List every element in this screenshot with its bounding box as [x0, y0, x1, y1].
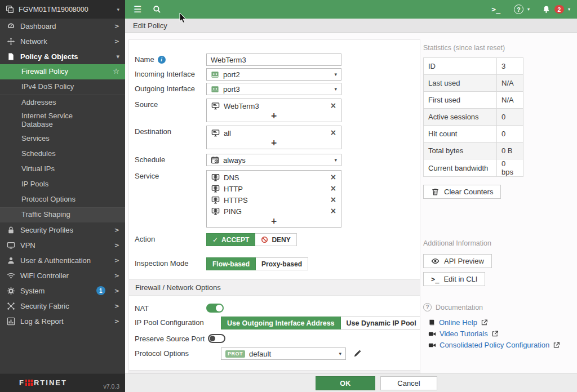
table-row: Current bandwidth 0 bps [424, 159, 523, 177]
sidebar-item-wifi-controller[interactable]: WiFi Controller > [0, 268, 125, 283]
page-title: Edit Policy [133, 21, 167, 30]
sidebar-item-dashboard[interactable]: Dashboard > [0, 19, 125, 34]
service-entry[interactable]: HTTP × [207, 183, 341, 194]
caret-down-icon[interactable]: ▾ [568, 7, 570, 12]
accept-button[interactable]: ✓ ACCEPT [206, 233, 255, 246]
remove-icon[interactable]: × [330, 173, 336, 181]
ip-pool-label: IP Pool Configuration [135, 317, 221, 327]
protocol-options-select[interactable]: PROT default ▾ [221, 348, 346, 360]
cancel-button[interactable]: Cancel [380, 376, 437, 390]
chevron-right-icon: > [114, 302, 119, 310]
edit-in-cli-button[interactable]: >_ Edit in CLI [423, 272, 485, 286]
sidebar-item-security-profiles[interactable]: Security Profiles > [0, 222, 125, 238]
sidebar-item-security-fabric[interactable]: Security Fabric > [0, 299, 125, 314]
service-entry[interactable]: DNS × [207, 172, 341, 183]
sidebar-item-ipv4-dos-policy[interactable]: IPv4 DoS Policy [0, 79, 125, 95]
nat-row: NAT [135, 302, 414, 313]
remove-icon[interactable]: × [330, 185, 336, 193]
caret-down-icon: ▾ [334, 86, 337, 92]
bell-icon[interactable] [542, 5, 551, 14]
sidebar-item-schedules[interactable]: Schedules [0, 146, 125, 162]
statistics-title: Statistics (since last reset) [423, 44, 574, 52]
name-row: Name i WebTerm3 [135, 54, 414, 66]
interface-icon [211, 70, 219, 79]
sidebar-item-virtual-ips[interactable]: Virtual IPs [0, 162, 125, 177]
name-input[interactable]: WebTerm3 [206, 54, 341, 66]
flow-based-button[interactable]: Flow-based [206, 257, 256, 270]
use-outgoing-interface-button[interactable]: Use Outgoing Interface Address [221, 317, 341, 329]
info-icon[interactable]: i [158, 56, 166, 64]
sidebar-item-ip-pools[interactable]: IP Pools [0, 177, 125, 192]
remove-icon[interactable]: × [330, 102, 336, 110]
remove-icon[interactable]: × [330, 207, 336, 215]
clear-counters-button[interactable]: Clear Counters [423, 185, 501, 199]
source-entry[interactable]: WebTerm3 × [207, 100, 341, 112]
sidebar-item-firewall-policy[interactable]: Firewall Policy ☆ [0, 64, 125, 79]
schedule-icon [211, 156, 219, 164]
caret-down-icon[interactable]: ▾ [527, 7, 530, 12]
sidebar-item-internet-service-database[interactable]: Internet Service Database [0, 110, 125, 131]
wifi-icon [7, 271, 15, 280]
table-row: Last used N/A [424, 75, 523, 92]
remove-icon[interactable]: × [330, 129, 336, 137]
remove-icon[interactable]: × [330, 196, 336, 204]
ok-button[interactable]: OK [316, 376, 375, 390]
use-dynamic-ip-pool-button[interactable]: Use Dynamic IP Pool [341, 317, 420, 329]
name-value: WebTerm3 [211, 56, 246, 64]
schedule-select[interactable]: always ▾ [206, 154, 341, 166]
star-icon[interactable]: ☆ [113, 68, 119, 76]
preserve-source-port-toggle[interactable] [208, 334, 225, 343]
sidebar-item-policy-objects[interactable]: Policy & Objects ▾ [0, 49, 125, 64]
video-tutorials-link[interactable]: Video Tutorials [428, 329, 574, 338]
video-tutorials-label: Video Tutorials [440, 329, 488, 338]
gauge-icon [7, 22, 15, 30]
help-icon[interactable]: ? [514, 5, 523, 14]
sidebar-item-protocol-options[interactable]: Protocol Options [0, 192, 125, 207]
outgoing-interface-select[interactable]: port3 ▾ [206, 83, 341, 95]
service-icon [211, 173, 220, 182]
nat-toggle[interactable] [206, 304, 224, 313]
caret-down-icon: ▾ [117, 7, 119, 12]
destination-label: Destination [135, 126, 206, 136]
add-source-button[interactable]: + [207, 112, 341, 121]
address-icon [211, 129, 220, 137]
sidebar-item-user-authentication[interactable]: User & Authentication > [0, 253, 125, 268]
api-preview-button[interactable]: API Preview [423, 254, 492, 268]
sidebar-item-vpn[interactable]: VPN > [0, 238, 125, 253]
edit-pencil-icon[interactable] [353, 349, 362, 358]
service-entry[interactable]: HTTPS × [207, 194, 341, 206]
consolidated-policy-configuration-link[interactable]: Consolidated Policy Configuration [428, 341, 574, 349]
proxy-based-button[interactable]: Proxy-based [256, 257, 308, 270]
deny-button[interactable]: DENY [255, 233, 296, 246]
network-icon [7, 37, 15, 46]
protocol-options-row: Protocol Options PROT default ▾ [135, 348, 414, 360]
sidebar-item-traffic-shaping[interactable]: Traffic Shaping [0, 207, 125, 222]
source-label: Source [135, 99, 206, 109]
accept-label: ACCEPT [221, 236, 249, 244]
edit-policy-form: Name i WebTerm3 Incoming Interface port2… [128, 39, 420, 373]
sidebar-item-services[interactable]: Services [0, 131, 125, 146]
hamburger-menu-icon[interactable]: ☰ [134, 4, 141, 15]
sidebar-item-system[interactable]: System 1 > [0, 283, 125, 299]
service-entry[interactable]: PING × [207, 206, 341, 217]
sidebar-item-log-report[interactable]: Log & Report > [0, 314, 125, 329]
chevron-right-icon: > [114, 226, 119, 234]
fortinet-gate-icon [25, 380, 33, 386]
sidebar-item-label: Services [21, 135, 50, 143]
destination-entry[interactable]: all × [207, 127, 341, 139]
add-destination-button[interactable]: + [207, 139, 341, 148]
sidebar-item-addresses[interactable]: Addresses [0, 95, 125, 110]
version-label: v7.0.3 [103, 383, 119, 392]
cli-console-icon[interactable]: >_ [491, 5, 500, 14]
sidebar-item-network[interactable]: Network > [0, 34, 125, 49]
hostname: FGVM01TM19008000 [19, 6, 88, 14]
add-service-button[interactable]: + [207, 217, 341, 226]
online-help-link[interactable]: Online Help [428, 318, 574, 327]
notification-badge: 2 [554, 5, 564, 14]
consolidated-policy-configuration-label: Consolidated Policy Configuration [440, 341, 549, 349]
destination-box: all × + [206, 126, 341, 149]
protocol-options-label: Protocol Options [135, 348, 221, 358]
incoming-interface-select[interactable]: port2 ▾ [206, 68, 341, 81]
search-icon[interactable] [153, 5, 161, 14]
hostname-selector[interactable]: FGVM01TM19008000 ▾ [0, 0, 125, 19]
